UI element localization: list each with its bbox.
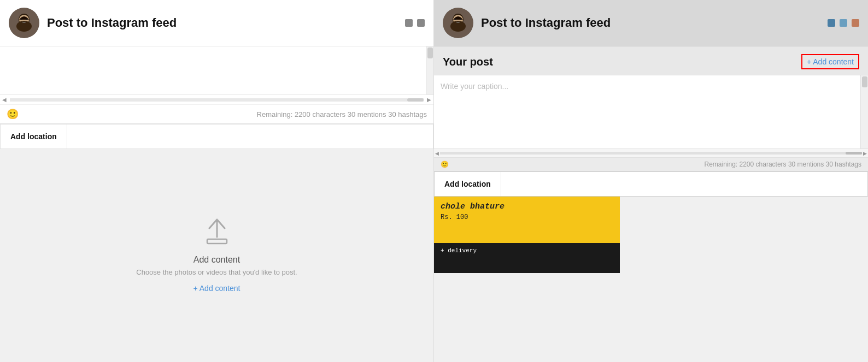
right-vscroll[interactable] [860,75,868,149]
right-add-location-bar: Add location [434,171,868,197]
food-delivery: + delivery [434,243,620,258]
your-post-title: Your post [443,56,493,68]
left-panel: Post to Instagram feed ◀ ▶ 🙂 Remaining: … [0,0,434,362]
left-vscroll-thumb [427,48,433,58]
right-icon-blue2[interactable] [840,19,847,27]
right-header-icons [828,19,859,27]
right-add-location-button[interactable]: Add location [435,172,501,196]
right-icon-blue1[interactable] [828,19,835,27]
left-location-input[interactable] [67,124,433,149]
svg-point-12 [460,19,462,20]
right-caption-box [434,75,868,149]
left-hscroll-track [10,98,424,102]
right-vscroll-thumb [862,76,867,87]
right-hscroll-thumb [846,152,862,155]
left-panel-title: Post to Instagram feed [47,16,177,30]
right-scroll-left-arrow[interactable]: ◀ [435,151,439,156]
right-hscroll[interactable]: ◀ ▶ [434,149,868,158]
left-add-location-button[interactable]: Add location [1,124,67,149]
left-remaining-text: Remaining: 2200 characters 30 mentions 3… [257,110,427,118]
left-caption-wrapper: ◀ ▶ 🙂 Remaining: 2200 characters 30 ment… [0,46,433,124]
right-header: Post to Instagram feed [434,0,868,46]
left-vscroll[interactable] [426,46,433,94]
left-add-content-section: Add content Choose the photos or videos … [0,149,433,362]
right-hscroll-track [440,152,862,155]
maximize-icon[interactable] [417,19,425,27]
right-caption-textarea[interactable] [434,75,860,146]
emoji-button-left[interactable]: 🙂 [7,108,19,120]
left-add-content-desc: Choose the photos or videos that you'd l… [136,268,297,276]
right-scroll-right-arrow[interactable]: ▶ [863,151,867,156]
right-icon-orange[interactable] [852,19,859,27]
svg-point-4 [21,19,22,20]
right-emoji-row: 🙂 Remaining: 2200 characters 30 mentions… [434,158,868,171]
left-caption-textarea[interactable] [0,46,433,92]
left-hscroll[interactable]: ◀ ▶ [0,94,433,104]
left-add-content-title: Add content [193,255,240,265]
svg-point-5 [26,19,28,20]
media-thumbnail: chole bhature Rs. 100 + delivery [434,197,620,273]
minimize-icon[interactable] [405,19,413,27]
food-title: chole bhature [441,202,613,211]
right-remaining-text: Remaining: 2200 characters 30 mentions 3… [704,161,861,168]
media-black-bar: + delivery [434,243,620,273]
right-avatar [443,8,473,38]
left-add-content-link[interactable]: + Add content [193,284,240,293]
avatar [9,8,39,38]
svg-rect-6 [207,239,227,244]
add-content-top-button[interactable]: + Add content [801,54,859,69]
emoji-button-right[interactable]: 🙂 [441,161,449,168]
right-panel-title: Post to Instagram feed [481,16,611,30]
left-hscroll-thumb [407,98,424,102]
right-location-input[interactable] [501,172,867,196]
left-header: Post to Instagram feed [0,0,433,46]
upload-icon [205,218,229,251]
left-scroll-right-arrow[interactable]: ▶ [425,97,433,103]
left-add-location-bar: Add location [0,124,433,149]
your-post-header: Your post + Add content [434,46,868,75]
left-emoji-row: 🙂 Remaining: 2200 characters 30 mentions… [0,104,433,123]
left-scroll-left-arrow[interactable]: ◀ [0,97,9,103]
svg-point-11 [455,19,456,20]
left-header-icons [405,19,425,27]
right-panel: Post to Instagram feed Your post + Add c… [434,0,868,362]
food-price: Rs. 100 [441,213,613,221]
right-media-preview: chole bhature Rs. 100 + delivery [434,197,868,362]
